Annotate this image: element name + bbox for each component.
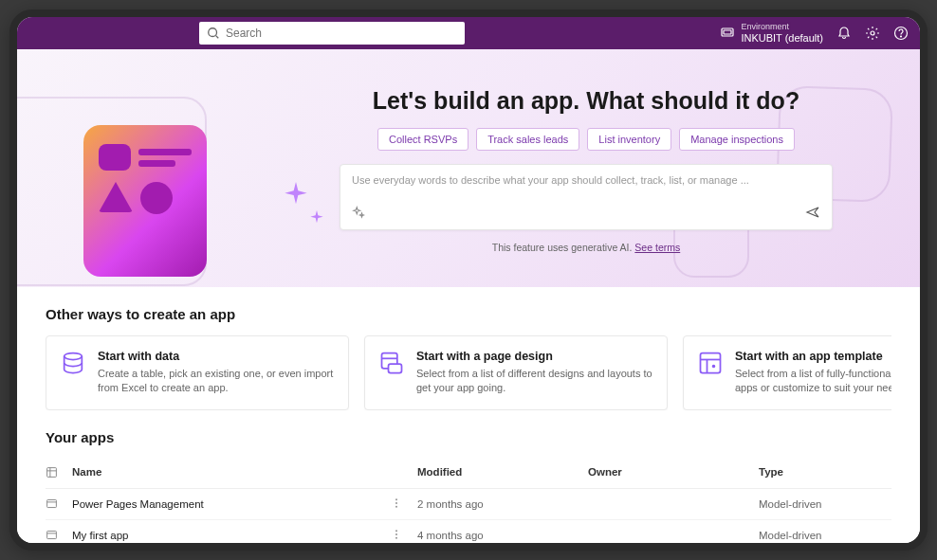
card-title: Start with data — [98, 350, 335, 363]
card-desc: Select from a list of fully-functional b… — [735, 367, 891, 396]
more-actions-icon[interactable] — [391, 529, 417, 542]
ai-disclaimer: This feature uses generative AI. See ter… — [340, 242, 833, 253]
table-row[interactable]: My first app 4 months ago Model-driven — [46, 520, 891, 543]
environment-label: Environment — [741, 22, 823, 32]
other-ways-section: Other ways to create an app Start with d… — [17, 287, 920, 420]
svg-point-21 — [395, 502, 397, 504]
app-modified: 4 months ago — [417, 530, 588, 541]
notifications-icon[interactable] — [836, 26, 852, 41]
svg-point-7 — [64, 353, 83, 360]
svg-point-14 — [713, 366, 715, 368]
col-owner[interactable]: Owner — [588, 466, 759, 480]
app-type-icon — [46, 497, 72, 510]
pill-list-inventory[interactable]: List inventory — [587, 128, 671, 151]
your-apps-title: Your apps — [46, 429, 891, 445]
svg-point-26 — [395, 533, 397, 535]
svg-point-22 — [395, 506, 397, 508]
data-icon — [60, 350, 86, 376]
app-type: Model-driven — [759, 530, 891, 541]
more-actions-icon[interactable] — [391, 497, 417, 511]
svg-point-4 — [871, 31, 874, 35]
svg-point-0 — [209, 28, 217, 37]
svg-rect-15 — [47, 467, 57, 477]
svg-point-25 — [395, 530, 397, 532]
prompt-box[interactable]: Use everyday words to describe what your… — [340, 164, 833, 230]
card-desc: Create a table, pick an existing one, or… — [98, 367, 335, 396]
svg-point-27 — [395, 537, 397, 539]
apps-table: Name Modified Owner Type Power Pages Man… — [46, 459, 891, 543]
pill-track-sales[interactable]: Track sales leads — [476, 128, 579, 151]
search-box[interactable] — [199, 22, 465, 45]
card-start-with-template[interactable]: Start with an app template Select from a… — [683, 335, 891, 410]
sparkle-icon — [309, 210, 324, 226]
app-modified: 2 months ago — [417, 498, 588, 510]
send-icon[interactable] — [805, 205, 820, 220]
app-name: My first app — [72, 530, 391, 541]
topbar: Environment INKUBIT (default) — [17, 17, 920, 49]
template-icon — [697, 350, 724, 376]
help-icon[interactable] — [893, 26, 909, 41]
suggestion-pills: Collect RSVPs Track sales leads List inv… — [340, 128, 833, 151]
app-type-icon — [46, 529, 72, 541]
pill-collect-rsvps[interactable]: Collect RSVPs — [377, 128, 468, 151]
hero-illustration — [83, 125, 216, 277]
svg-rect-23 — [47, 532, 57, 539]
card-start-with-data[interactable]: Start with data Create a table, pick an … — [46, 335, 349, 410]
svg-point-20 — [395, 498, 397, 500]
svg-point-6 — [901, 36, 902, 37]
ai-note-text: This feature uses generative AI. — [492, 242, 635, 253]
svg-rect-11 — [701, 353, 721, 373]
table-header: Name Modified Owner Type — [46, 459, 891, 489]
col-name[interactable]: Name — [72, 466, 391, 480]
card-start-with-page[interactable]: Start with a page design Select from a l… — [364, 335, 668, 410]
pill-manage-inspections[interactable]: Manage inspections — [679, 128, 795, 151]
search-icon — [207, 27, 220, 40]
app-name: Power Pages Management — [72, 498, 391, 510]
prompt-placeholder-text: Use everyday words to describe what your… — [352, 174, 820, 186]
environment-name: INKUBIT (default) — [741, 32, 823, 45]
hero-section: Let's build an app. What should it do? C… — [17, 49, 920, 287]
app-type: Model-driven — [759, 498, 891, 510]
your-apps-section: Your apps Name Modified Owner Type Power… — [17, 420, 920, 543]
svg-rect-18 — [47, 500, 57, 508]
table-row[interactable]: Power Pages Management 2 months ago Mode… — [46, 489, 891, 520]
sparkle-input-icon[interactable] — [352, 206, 365, 219]
environment-icon — [720, 26, 735, 41]
col-modified[interactable]: Modified — [417, 466, 588, 480]
filter-icon[interactable] — [46, 466, 72, 480]
col-type[interactable]: Type — [759, 466, 891, 480]
page-design-icon — [378, 350, 405, 376]
sparkle-icon — [283, 182, 309, 208]
svg-line-1 — [216, 36, 219, 39]
other-ways-title: Other ways to create an app — [46, 306, 891, 322]
settings-icon[interactable] — [865, 26, 880, 41]
card-title: Start with a page design — [416, 350, 653, 363]
see-terms-link[interactable]: See terms — [634, 242, 680, 253]
search-input[interactable] — [226, 27, 457, 40]
card-title: Start with an app template — [735, 350, 891, 363]
svg-rect-9 — [389, 364, 402, 372]
hero-title: Let's build an app. What should it do? — [340, 87, 833, 115]
environment-picker[interactable]: Environment INKUBIT (default) — [720, 22, 823, 45]
card-desc: Select from a list of different designs … — [416, 367, 653, 396]
svg-rect-3 — [724, 30, 731, 34]
